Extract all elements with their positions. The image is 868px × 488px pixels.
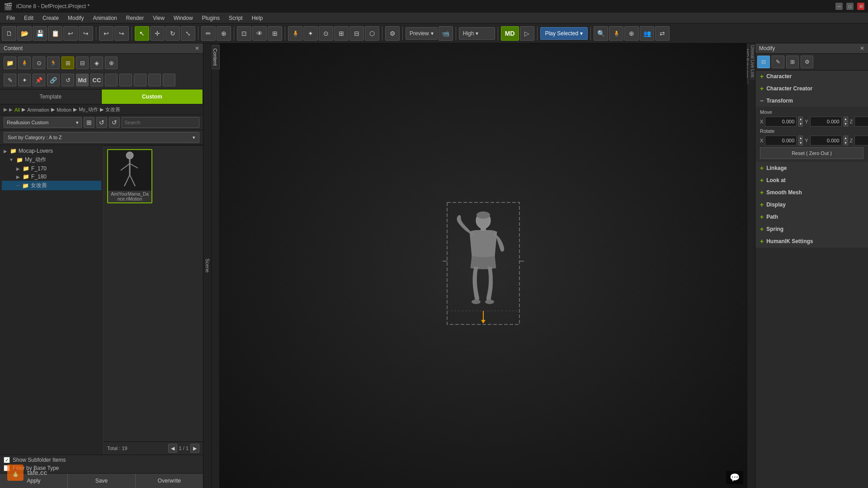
magnet-button[interactable]: ⊕ bbox=[217, 26, 231, 41]
rotate-y-down[interactable]: ▼ bbox=[844, 141, 848, 145]
search-input[interactable] bbox=[122, 117, 200, 128]
viewport[interactable]: 💬 bbox=[220, 43, 747, 488]
custom-tab[interactable]: Custom bbox=[102, 89, 203, 104]
mod-settings-button[interactable]: ▷ bbox=[520, 26, 534, 41]
preview-dropdown[interactable]: Preview ▾ bbox=[406, 27, 438, 40]
reset-zero-button[interactable]: Reset ( Zero Out ) bbox=[760, 147, 863, 159]
rotate-y-up[interactable]: ▲ bbox=[844, 136, 848, 141]
undo-button[interactable]: ↩ bbox=[99, 26, 113, 41]
menu-edit[interactable]: Edit bbox=[19, 13, 38, 23]
move-z-input[interactable] bbox=[854, 117, 868, 127]
linkage-header[interactable]: + Linkage bbox=[755, 162, 868, 174]
spring-header[interactable]: + Spring bbox=[755, 223, 868, 235]
content-anim-icon[interactable]: 🏃 bbox=[47, 56, 60, 69]
menu-render[interactable]: Render bbox=[122, 13, 148, 23]
next-page-button[interactable]: ▶ bbox=[190, 444, 199, 453]
content-asset-icon[interactable]: ⊕ bbox=[105, 56, 118, 69]
content-link-icon[interactable]: 🔗 bbox=[47, 74, 60, 86]
content-blank4[interactable] bbox=[148, 74, 161, 86]
mod-button[interactable]: MD bbox=[501, 26, 519, 41]
move-y-down[interactable]: ▼ bbox=[844, 122, 848, 127]
filter-sync-btn[interactable]: ⊞ bbox=[84, 117, 94, 128]
content-group-icon[interactable]: ⊙ bbox=[33, 56, 45, 69]
tree-item-0[interactable]: ▶ 📁 Mocap-Lovers bbox=[2, 147, 101, 155]
quality-dropdown[interactable]: High ▾ bbox=[459, 27, 495, 40]
group-button[interactable]: 👥 bbox=[640, 26, 654, 41]
content-blank3[interactable] bbox=[134, 74, 146, 86]
transform-header[interactable]: − Transform bbox=[755, 95, 868, 107]
content-blank2[interactable] bbox=[119, 74, 132, 86]
move-y-up[interactable]: ▲ bbox=[844, 117, 848, 122]
path-header[interactable]: + Path bbox=[755, 211, 868, 223]
mod-tab-mesh[interactable]: ✎ bbox=[772, 56, 784, 68]
filter-refresh-btn[interactable]: ↺ bbox=[96, 117, 107, 128]
breadcrumb-collapse[interactable]: ▶ bbox=[9, 107, 13, 112]
mod-tab-grid[interactable]: ⊞ bbox=[786, 56, 799, 68]
content-motion-icon[interactable]: ⊞ bbox=[61, 56, 74, 69]
morph-button[interactable]: ⊕ bbox=[624, 26, 639, 41]
camera2-button[interactable]: 📹 bbox=[439, 26, 453, 41]
content-md-icon[interactable]: Md bbox=[76, 74, 89, 86]
content-pin-icon[interactable]: 📌 bbox=[33, 74, 45, 86]
menu-plugins[interactable]: Plugins bbox=[198, 13, 224, 23]
move-x-input[interactable] bbox=[765, 117, 797, 127]
frame-button[interactable]: ⊞ bbox=[268, 26, 282, 41]
content-person-icon[interactable]: 🧍 bbox=[18, 56, 31, 69]
rotate-button[interactable]: ↻ bbox=[165, 26, 180, 41]
content-props-icon[interactable]: ◈ bbox=[90, 56, 103, 69]
save-button[interactable]: 💾 bbox=[33, 26, 47, 41]
menu-window[interactable]: Window bbox=[169, 13, 198, 23]
scale-button[interactable]: ⤡ bbox=[181, 26, 195, 41]
content-cc-icon[interactable]: CC bbox=[90, 74, 103, 86]
content-blank1[interactable] bbox=[105, 74, 118, 86]
breadcrumb-motion[interactable]: Motion bbox=[57, 107, 71, 113]
content-blank5[interactable] bbox=[163, 74, 175, 86]
modify-close-button[interactable]: ✕ bbox=[860, 45, 864, 52]
menu-view[interactable]: View bbox=[148, 13, 169, 23]
content-close-button[interactable]: ✕ bbox=[195, 45, 199, 52]
show-subfolder-checkbox[interactable]: ✓ bbox=[4, 457, 10, 463]
menu-create[interactable]: Create bbox=[38, 13, 63, 23]
content-scene-icon[interactable]: ⊟ bbox=[76, 56, 89, 69]
filter-prev-btn[interactable]: ↺ bbox=[109, 117, 120, 128]
menu-modify[interactable]: Modify bbox=[63, 13, 88, 23]
menu-help[interactable]: Help bbox=[247, 13, 268, 23]
source-dropdown[interactable]: Reallusion Custom ▾ bbox=[4, 117, 82, 128]
menu-animation[interactable]: Animation bbox=[88, 13, 121, 23]
open-button[interactable]: 📂 bbox=[17, 26, 32, 41]
timeline-close-btn[interactable]: ✕ bbox=[859, 3, 864, 9]
content-folder-icon[interactable]: 📁 bbox=[4, 56, 16, 69]
redo-button[interactable]: ↪ bbox=[114, 26, 129, 41]
save-as-button[interactable]: 📋 bbox=[48, 26, 62, 41]
save-content-button[interactable]: Save bbox=[68, 474, 136, 488]
grid-button[interactable]: ⊟ bbox=[349, 26, 364, 41]
actor-button[interactable]: 🧍 bbox=[288, 26, 302, 41]
humanik-header[interactable]: + HumanIK Settings bbox=[755, 235, 868, 247]
select-button[interactable]: ↖ bbox=[135, 26, 149, 41]
camera-button[interactable]: ⊙ bbox=[319, 26, 333, 41]
content-edit-icon[interactable]: ✎ bbox=[4, 74, 16, 86]
display-header[interactable]: + Display bbox=[755, 199, 868, 211]
light-button[interactable]: ✦ bbox=[303, 26, 318, 41]
new-button[interactable]: 🗋 bbox=[2, 26, 16, 41]
prop-button[interactable]: ⊞ bbox=[334, 26, 349, 41]
character-section-header[interactable]: + Character bbox=[755, 70, 868, 82]
menu-script[interactable]: Script bbox=[224, 13, 247, 23]
scene-tab[interactable]: Scene bbox=[203, 43, 212, 488]
transfer-button[interactable]: ⇄ bbox=[655, 26, 670, 41]
tree-item-4[interactable]: ─ 📁 女改善 bbox=[2, 181, 101, 190]
character-creator-header[interactable]: + Character Creator bbox=[755, 83, 868, 94]
rotate-y-input[interactable] bbox=[810, 136, 842, 145]
sort-dropdown[interactable]: Sort by Category : A to Z ▾ bbox=[4, 132, 199, 143]
content-refresh-icon[interactable]: ↺ bbox=[61, 74, 74, 86]
unreal-live-link-tab[interactable]: Unreal Live Link bbox=[750, 43, 755, 80]
move-button[interactable]: ✛ bbox=[150, 26, 165, 41]
maximize-button[interactable]: □ bbox=[846, 3, 854, 10]
minimize-button[interactable]: ─ bbox=[835, 3, 843, 10]
grid-item-0[interactable]: AintYourMama_Dance.riMotion bbox=[107, 149, 152, 203]
char-button[interactable]: 🧍 bbox=[609, 26, 623, 41]
move-x-up[interactable]: ▲ bbox=[798, 117, 803, 122]
eye-button[interactable]: 👁 bbox=[252, 26, 267, 41]
breadcrumb-my-motion[interactable]: My_动作 bbox=[79, 106, 98, 113]
viewport-chat-icon[interactable]: 💬 bbox=[730, 473, 740, 482]
